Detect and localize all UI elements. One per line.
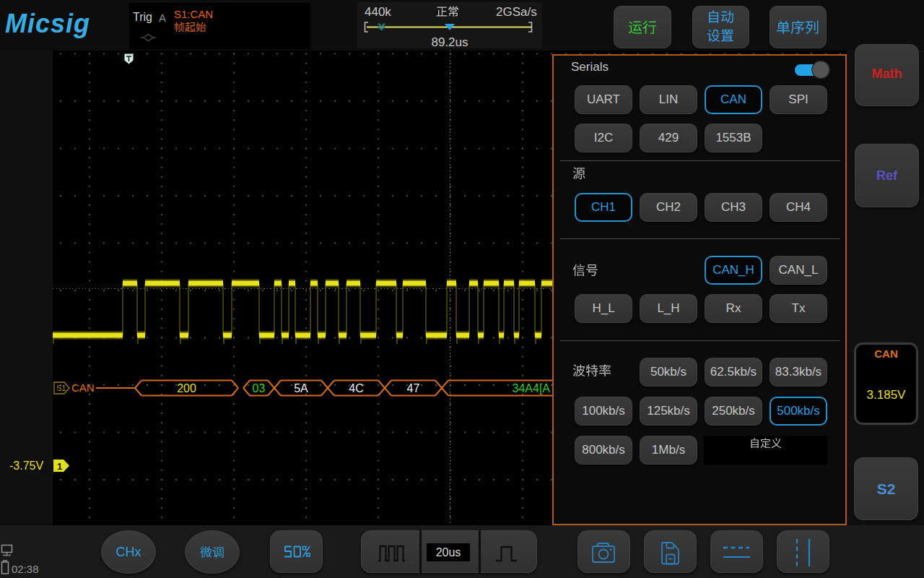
svg-text:CAN: CAN [71,381,95,394]
svg-text:1: 1 [57,461,62,472]
svg-text:S1: S1 [56,384,66,392]
svg-text:200: 200 [177,382,196,394]
svg-text:02:38: 02:38 [12,563,39,575]
svg-text:5A: 5A [294,382,308,394]
svg-text:4C: 4C [349,382,363,394]
svg-text:47: 47 [407,382,420,394]
svg-text:34A4[A: 34A4[A [513,382,551,394]
svg-text:03: 03 [253,382,266,394]
